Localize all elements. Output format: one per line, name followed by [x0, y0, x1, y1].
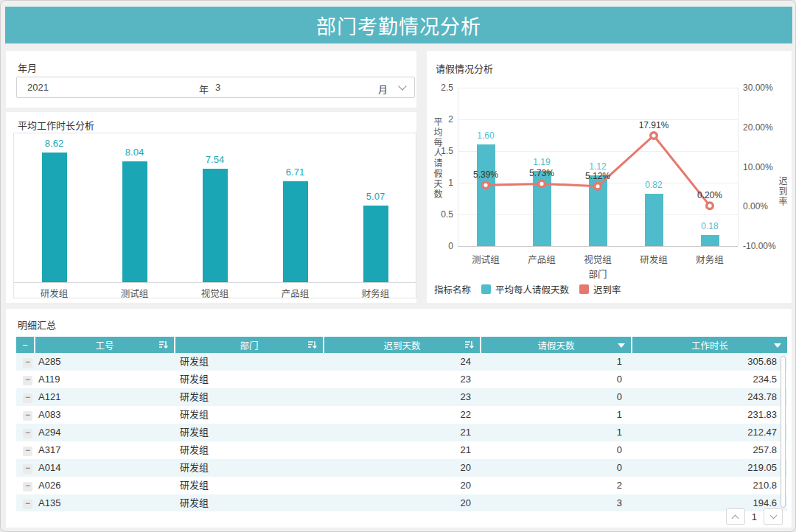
cell-department: 研发组 — [175, 353, 324, 371]
table-row[interactable]: −A285研发组241305.68 — [16, 353, 787, 371]
cell-late-days: 20 — [324, 477, 481, 494]
chevron-down-icon — [769, 512, 777, 519]
cell-late-days: 24 — [324, 353, 481, 371]
table-header-sort-col[interactable]: 工号 — [35, 337, 175, 353]
chart-legend: 指标名称平均每人请假天数迟到率 — [434, 282, 621, 296]
date-filter-card: 年月 2021 年 3 月 — [6, 51, 416, 108]
category-label: 视觉组 — [568, 252, 627, 266]
cell-department: 研发组 — [175, 494, 324, 511]
month-value[interactable]: 3 — [215, 82, 220, 93]
plot-right-border — [738, 88, 739, 246]
page-number: 1 — [752, 511, 757, 522]
page-title: 部门考勤情况分析 — [316, 11, 481, 40]
row-collapse-cell: − — [16, 494, 35, 511]
bar-value-label: 5.07 — [354, 191, 398, 202]
category-label: 测试组 — [105, 286, 164, 300]
cell-late-days: 20 — [324, 494, 481, 511]
detail-table-card: 明细汇总 −工号部门迟到天数请假天数工作时长−A285研发组241305.68−… — [6, 309, 792, 528]
bar-value-label: 7.54 — [193, 154, 237, 165]
page-down-button[interactable] — [764, 508, 783, 525]
table-row[interactable]: −A119研发组230234.5 — [16, 371, 787, 388]
row-collapse-minus-icon[interactable]: − — [23, 447, 32, 456]
leave-chart-title: 请假情况分析 — [436, 61, 493, 75]
page-up-button[interactable] — [726, 508, 745, 525]
year-value[interactable]: 2021 — [27, 82, 49, 93]
work-hours-chart-title: 平均工作时长分析 — [18, 118, 94, 132]
bar-value-label: 8.04 — [113, 147, 157, 158]
sort-icon[interactable] — [464, 340, 474, 351]
cell-late-days: 23 — [324, 388, 481, 406]
cell-employee-id: A026 — [35, 477, 175, 494]
legend-item-late-rate[interactable]: 迟到率 — [593, 282, 621, 296]
cell-late-days: 21 — [324, 424, 481, 441]
cell-leave-days: 1 — [481, 424, 632, 441]
row-collapse-minus-icon[interactable]: − — [23, 429, 32, 438]
table-row[interactable]: −A026研发组202210.8 — [16, 477, 787, 494]
cell-department: 研发组 — [175, 459, 324, 477]
row-collapse-cell: − — [16, 477, 35, 494]
cell-employee-id: A119 — [35, 371, 175, 388]
row-collapse-minus-icon[interactable]: − — [23, 393, 32, 403]
chevron-down-icon[interactable] — [398, 82, 406, 90]
year-month-picker[interactable]: 2021 年 3 月 — [16, 77, 415, 98]
cell-leave-days: 2 — [481, 477, 632, 494]
cell-leave-days: 0 — [481, 459, 632, 477]
row-collapse-minus-icon[interactable]: − — [23, 358, 32, 368]
cell-leave-days: 0 — [481, 441, 632, 459]
filter-icon[interactable] — [774, 340, 781, 350]
table-header-filter-col[interactable]: 请假天数 — [481, 337, 632, 353]
legend-item-leave-days[interactable]: 平均每人请假天数 — [495, 282, 569, 296]
work-hours-bar[interactable] — [283, 181, 308, 282]
work-hours-chart-card: 平均工作时长分析 8.62研发组8.04测试组7.54视觉组6.71产品组5.0… — [6, 112, 416, 303]
row-collapse-cell: − — [16, 371, 35, 388]
left-axis-tick: 0 — [431, 241, 453, 251]
x-axis-title: 部门 — [568, 267, 627, 281]
cell-work-hours: 257.8 — [632, 441, 787, 459]
work-hours-bar[interactable] — [203, 169, 228, 282]
table-header-sort-col[interactable]: 迟到天数 — [324, 337, 481, 353]
cell-late-days: 22 — [324, 406, 481, 424]
row-collapse-minus-icon[interactable]: − — [23, 411, 32, 421]
line-value-label: 17.91% — [628, 120, 680, 130]
line-point-center — [540, 182, 543, 186]
filter-icon[interactable] — [618, 340, 625, 350]
table-scrollbar[interactable] — [781, 356, 786, 508]
month-unit-label: 月 — [378, 82, 388, 96]
line-value-label: 5.12% — [572, 171, 624, 181]
cell-department: 研发组 — [175, 371, 324, 388]
line-point-center — [483, 183, 487, 187]
bar-value-label: 8.62 — [32, 138, 77, 149]
chevron-up-icon — [732, 514, 739, 522]
table-row[interactable]: −A135研发组203194.6 — [16, 494, 787, 511]
table-row[interactable]: −A014研发组200219.05 — [16, 459, 787, 477]
table-header-collapse[interactable]: − — [16, 337, 35, 353]
table-header-row: −工号部门迟到天数请假天数工作时长 — [16, 337, 787, 353]
category-label: 研发组 — [25, 286, 84, 300]
table-row[interactable]: −A121研发组230243.78 — [16, 388, 787, 406]
minus-icon[interactable]: − — [22, 340, 28, 351]
row-collapse-minus-icon[interactable]: − — [23, 500, 32, 509]
sort-icon[interactable] — [158, 340, 168, 351]
table-row[interactable]: −A317研发组210257.8 — [16, 441, 787, 459]
category-label: 财务组 — [346, 286, 405, 300]
cell-leave-days: 1 — [481, 406, 632, 424]
table-row[interactable]: −A294研发组211212.47 — [16, 424, 787, 441]
table-row[interactable]: −A083研发组221231.83 — [16, 406, 787, 424]
cell-employee-id: A294 — [35, 424, 175, 441]
row-collapse-minus-icon[interactable]: − — [23, 376, 32, 385]
table-header-filter-col[interactable]: 工作时长 — [632, 337, 787, 353]
work-hours-bar[interactable] — [363, 206, 388, 282]
line-value-label: 5.39% — [460, 169, 512, 180]
row-collapse-cell: − — [16, 441, 35, 459]
row-collapse-minus-icon[interactable]: − — [23, 482, 32, 491]
work-hours-bar[interactable] — [42, 153, 67, 282]
table-header-sort-col[interactable]: 部门 — [175, 337, 324, 353]
column-label: 请假天数 — [537, 338, 574, 352]
table-pager: 1 — [726, 508, 783, 525]
row-collapse-minus-icon[interactable]: − — [23, 464, 32, 474]
line-point-center — [652, 133, 655, 137]
legend-title: 指标名称 — [434, 282, 471, 296]
category-label: 研发组 — [624, 252, 683, 266]
work-hours-bar[interactable] — [122, 161, 147, 282]
sort-icon[interactable] — [307, 340, 317, 351]
